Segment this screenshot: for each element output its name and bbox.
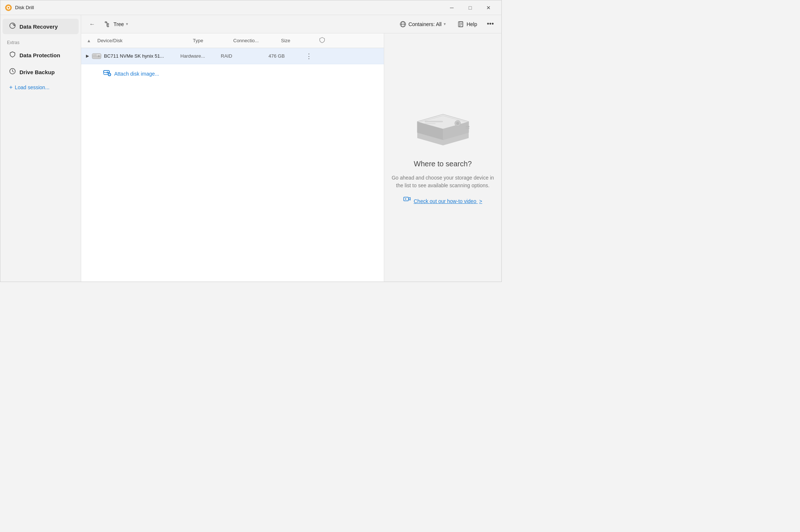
right-panel: Where to search? Go ahead and choose you… <box>384 33 501 282</box>
load-session-button[interactable]: + Load session... <box>3 81 79 94</box>
table-header: ▲ Device/Disk Type Connectio... Size <box>81 33 384 48</box>
link-arrow: > <box>479 198 482 204</box>
attach-disk-icon <box>103 69 111 79</box>
collapse-arrow: ▲ <box>87 38 91 43</box>
sidebar-item-data-protection[interactable]: Data Protection <box>3 47 79 63</box>
svg-rect-7 <box>107 26 109 27</box>
col-header-actions <box>315 37 329 45</box>
svg-rect-6 <box>107 23 109 25</box>
col-header-device: Device/Disk <box>94 38 190 43</box>
right-panel-description: Go ahead and choose your storage device … <box>392 174 494 189</box>
load-session-label: Load session... <box>15 84 49 90</box>
svg-point-2 <box>8 7 10 8</box>
hdd-illustration <box>410 111 476 151</box>
how-to-link-label: Check out our how-to video <box>414 198 476 204</box>
disk-type: Hardware... <box>177 53 218 59</box>
help-label: Help <box>466 21 477 27</box>
tree-arrow: ▾ <box>126 22 128 26</box>
svg-rect-23 <box>93 55 97 55</box>
svg-rect-31 <box>425 123 436 124</box>
sidebar-item-drive-backup[interactable]: Drive Backup <box>3 64 79 80</box>
extras-label: Extras <box>0 35 81 47</box>
drive-backup-icon <box>9 68 16 76</box>
disk-name: BC711 NVMe SK hynix 51... <box>104 53 177 59</box>
minimize-button[interactable]: ─ <box>443 2 460 13</box>
titlebar-left: Disk Drill <box>5 4 34 11</box>
back-button[interactable]: ← <box>86 18 98 30</box>
titlebar: Disk Drill ─ □ ✕ <box>0 0 501 15</box>
svg-rect-34 <box>466 126 469 127</box>
svg-rect-35 <box>466 128 469 129</box>
disk-table: ▲ Device/Disk Type Connectio... Size <box>81 33 384 282</box>
disk-icon <box>91 51 102 61</box>
sidebar-item-data-recovery[interactable]: Data Recovery <box>3 19 79 34</box>
help-icon <box>458 21 464 28</box>
expand-arrow: ▶ <box>86 54 89 58</box>
tree-label: Tree <box>113 21 124 27</box>
tree-view-icon <box>105 21 111 28</box>
data-protection-label: Data Protection <box>19 52 60 58</box>
disk-drill-icon <box>5 4 12 11</box>
tree-view-button[interactable]: Tree ▾ <box>101 19 132 30</box>
containers-label: Containers: All <box>408 21 442 27</box>
svg-rect-5 <box>105 22 107 23</box>
svg-rect-30 <box>425 121 443 122</box>
shield-icon <box>319 37 325 45</box>
svg-marker-37 <box>405 198 407 200</box>
svg-point-22 <box>98 55 100 57</box>
content-area: ▲ Device/Disk Type Connectio... Size <box>81 33 501 282</box>
collapse-button[interactable]: ▲ <box>83 38 94 43</box>
close-button[interactable]: ✕ <box>480 2 497 13</box>
col-header-type: Type <box>190 38 230 43</box>
containers-button[interactable]: Containers: All ▾ <box>395 19 450 30</box>
attach-disk-label: Attach disk image... <box>114 71 159 77</box>
disk-more-button[interactable]: ⋮ <box>302 50 316 62</box>
disk-connection: RAID <box>218 53 266 59</box>
disk-row-bc711[interactable]: ▶ BC711 NVMe SK hynix 51... Hardware... <box>81 48 384 64</box>
disk-size: 476 GB <box>266 53 302 59</box>
drive-backup-label: Drive Backup <box>19 69 55 75</box>
right-panel-title: Where to search? <box>414 160 472 168</box>
col-header-connection: Connectio... <box>230 38 278 43</box>
plus-icon: + <box>9 84 12 91</box>
data-recovery-icon <box>9 22 16 30</box>
data-protection-icon <box>9 51 16 59</box>
expand-button[interactable]: ▶ <box>83 52 91 60</box>
app-title: Disk Drill <box>15 5 34 10</box>
maximize-button[interactable]: □ <box>462 2 479 13</box>
titlebar-controls: ─ □ ✕ <box>443 2 497 13</box>
svg-rect-25 <box>104 70 109 73</box>
how-to-link-text: Check out our how-to video > <box>414 198 482 204</box>
toolbar: ← Tree ▾ <box>81 15 501 33</box>
video-icon <box>403 197 411 205</box>
attach-disk-row[interactable]: Attach disk image... <box>81 64 384 83</box>
more-options-button[interactable]: ••• <box>484 18 496 30</box>
sidebar: Data Recovery Extras Data Protection Dri… <box>0 15 81 282</box>
svg-point-33 <box>456 122 459 125</box>
col-header-size: Size <box>278 38 315 43</box>
help-button[interactable]: Help <box>453 19 482 30</box>
data-recovery-label: Data Recovery <box>19 23 58 30</box>
how-to-video-link[interactable]: Check out our how-to video > <box>403 197 482 205</box>
containers-icon <box>400 21 406 28</box>
containers-arrow: ▾ <box>444 22 446 26</box>
app-body: Data Recovery Extras Data Protection Dri… <box>0 15 501 282</box>
